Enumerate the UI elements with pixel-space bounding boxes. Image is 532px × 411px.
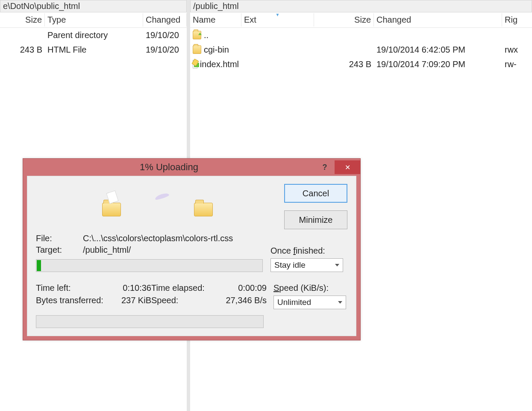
cell-size <box>314 49 374 50</box>
local-columns-header[interactable]: Size Type Changed <box>0 12 187 28</box>
html-file-icon <box>193 60 197 68</box>
cell-changed: 19/10/2014 7:09:20 PM <box>374 59 502 70</box>
col-ext[interactable]: ▼ Ext <box>241 13 314 27</box>
once-finished-select[interactable]: Stay idle <box>270 258 343 272</box>
cell-ext <box>241 49 314 50</box>
col-type[interactable]: Type <box>45 13 143 27</box>
col-changed[interactable]: Changed <box>143 13 187 27</box>
remote-columns-header[interactable]: Name ▼ Ext Size Changed Rig <box>190 12 532 28</box>
speed-label: Speed: <box>151 296 215 305</box>
speed-limit-label: Speed (KiB/s): <box>273 283 347 293</box>
col-ext-label: Ext <box>244 15 256 24</box>
time-elapsed-value: 0:00:09 <box>215 283 267 293</box>
table-row[interactable]: 243 B HTML File 19/10/20 <box>0 42 187 57</box>
file-progress-bar <box>36 259 263 272</box>
col-size[interactable]: Size <box>0 13 45 27</box>
dialog-titlebar[interactable]: 1% Uploading ? ✕ <box>23 159 360 176</box>
speed-limit-value: Unlimited <box>277 298 311 307</box>
cell-rights: rwx <box>502 44 532 56</box>
time-left-value: 0:10:36 <box>113 283 151 293</box>
col-name[interactable]: Name <box>190 13 241 27</box>
col-changed[interactable]: Changed <box>374 13 502 27</box>
minimize-button[interactable]: Minimize <box>284 210 347 229</box>
cell-type: HTML File <box>45 44 143 56</box>
bytes-transferred-label: Bytes transferred: <box>36 296 113 305</box>
dialog-title: 1% Uploading <box>23 162 315 173</box>
time-elapsed-label: Time elapsed: <box>151 283 215 293</box>
speed-value: 27,346 B/s <box>215 296 267 305</box>
cell-ext <box>241 63 314 65</box>
cell-changed: 19/10/2014 6:42:05 PM <box>374 44 502 56</box>
table-row[interactable]: cgi-bin 19/10/2014 6:42:05 PM rwx <box>190 42 532 57</box>
cell-name: index.html <box>200 59 239 69</box>
cell-name: .. <box>204 30 209 40</box>
transfer-animation <box>36 184 277 222</box>
cell-changed <box>374 34 502 36</box>
cell-changed: 19/10/20 <box>143 30 187 41</box>
time-left-label: Time left: <box>36 283 113 293</box>
cell-rights <box>502 34 532 36</box>
folder-icon <box>193 45 201 54</box>
once-finished-label: Once finished: <box>270 246 347 256</box>
file-value: C:\...\css\colors\ectoplasm\colors-rtl.c… <box>83 234 263 243</box>
cell-ext <box>241 34 314 36</box>
once-finished-value: Stay idle <box>274 260 306 270</box>
table-row[interactable]: index.html 243 B 19/10/2014 7:09:20 PM r… <box>190 57 532 71</box>
sort-indicator-icon: ▼ <box>276 13 280 17</box>
chevron-down-icon <box>335 264 339 266</box>
cell-changed: 19/10/20 <box>143 44 187 56</box>
overall-progress-bar <box>36 315 264 328</box>
table-row[interactable]: .. <box>190 28 532 42</box>
cancel-button[interactable]: Cancel <box>284 184 347 203</box>
parent-folder-icon <box>193 31 201 39</box>
upload-progress-dialog: 1% Uploading ? ✕ Cancel Minimize File: C… <box>23 158 361 340</box>
bytes-transferred-value: 237 KiB <box>113 296 151 305</box>
file-progress-fill <box>37 260 41 271</box>
remote-path-bar[interactable]: /public_html <box>190 0 532 12</box>
cell-size: 243 B <box>0 44 45 56</box>
target-folder-icon <box>194 203 213 216</box>
table-row[interactable]: Parent directory 19/10/20 <box>0 28 187 42</box>
cell-name: cgi-bin <box>204 45 229 55</box>
target-value: /public_html/ <box>83 245 263 255</box>
col-rights[interactable]: Rig <box>502 13 532 27</box>
col-size[interactable]: Size <box>314 13 374 27</box>
cell-size <box>314 34 374 36</box>
chevron-down-icon <box>338 301 342 304</box>
cell-size: 243 B <box>314 59 374 70</box>
close-button[interactable]: ✕ <box>335 160 360 174</box>
file-label: File: <box>36 234 83 243</box>
speed-limit-select[interactable]: Unlimited <box>273 296 346 309</box>
local-path-bar[interactable]: e\DotNo\public_html <box>0 0 187 12</box>
cell-size <box>0 34 45 36</box>
cell-type: Parent directory <box>45 30 143 41</box>
cell-rights: rw- <box>502 59 532 70</box>
help-button[interactable]: ? <box>315 160 335 174</box>
flying-paper-icon <box>154 192 169 201</box>
source-folder-icon <box>102 203 121 216</box>
target-label: Target: <box>36 245 83 255</box>
